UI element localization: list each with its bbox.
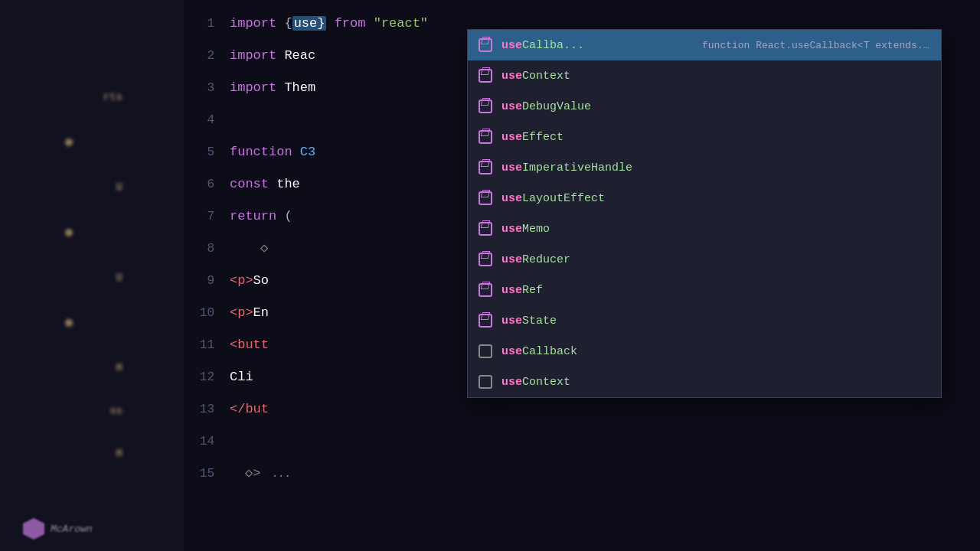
line-number-14: 14 [184, 435, 230, 448]
autocomplete-icon-2 [477, 67, 494, 84]
autocomplete-label-8: useReducer [501, 253, 932, 266]
autocomplete-icon-7 [477, 220, 494, 237]
autocomplete-item-7[interactable]: useMemo [468, 214, 941, 244]
autocomplete-label-2: useContext [501, 70, 932, 83]
line-number-5: 5 [184, 145, 230, 159]
sidebar-badge-3: U [8, 272, 130, 284]
sidebar-badge-5: ss [8, 405, 130, 417]
cube-icon-5 [479, 161, 492, 174]
line-number-13: 13 [184, 403, 230, 416]
autocomplete-icon-12 [477, 373, 494, 390]
autocomplete-item-12[interactable]: useContext [468, 367, 941, 397]
cube-icon-4 [479, 130, 492, 144]
code-content: 1 import {use} from "react" useCallba...… [184, 0, 980, 551]
autocomplete-icon-6 [477, 190, 494, 207]
autocomplete-label-5: useImperativeHandle [501, 161, 932, 174]
line-number-7: 7 [184, 210, 230, 223]
autocomplete-icon-8 [477, 251, 494, 268]
autocomplete-icon-3 [477, 98, 494, 115]
autocomplete-item-5[interactable]: useImperativeHandle [468, 152, 941, 183]
line-number-3: 3 [184, 81, 230, 95]
line-content-13: </but [230, 393, 980, 425]
cube-filled-icon-12 [479, 375, 492, 389]
line-content-15: ◇> ... [230, 458, 980, 490]
line-number-2: 2 [184, 49, 230, 63]
sidebar-dot-1 [65, 139, 73, 146]
autocomplete-label-7: useMemo [501, 223, 932, 236]
autocomplete-type-hint-1: function React.useCallback<T extends... [702, 40, 932, 51]
line-number-4: 4 [184, 113, 230, 127]
logo-text: McArown [51, 523, 93, 535]
autocomplete-icon-4 [477, 129, 494, 145]
line-number-12: 12 [184, 370, 230, 384]
autocomplete-item-1[interactable]: useCallba... function React.useCallback<… [468, 30, 941, 60]
cube-icon-9 [479, 283, 492, 297]
line-number-9: 9 [184, 274, 230, 288]
autocomplete-label-12: useContext [501, 376, 932, 389]
autocomplete-item-10[interactable]: useState [468, 305, 941, 336]
sidebar-dot-2 [65, 229, 73, 236]
autocomplete-item-6[interactable]: useLayoutEffect [468, 183, 941, 214]
code-area[interactable]: 1 import {use} from "react" useCallba...… [184, 0, 980, 551]
cube-filled-icon-11 [479, 344, 492, 358]
autocomplete-icon-9 [477, 282, 494, 298]
line-number-1: 1 [184, 17, 230, 31]
cube-icon-8 [479, 253, 492, 266]
line-number-8: 8 [184, 242, 230, 256]
autocomplete-label-1: useCallba... [501, 39, 694, 52]
sidebar-badge-6: M [8, 448, 130, 460]
code-line-13: 13 </but [184, 393, 980, 425]
code-line-14: 14 [184, 425, 980, 458]
cube-icon-7 [479, 222, 492, 236]
autocomplete-label-9: useRef [501, 284, 932, 297]
line-number-10: 10 [184, 306, 230, 320]
autocomplete-dropdown[interactable]: useCallba... function React.useCallback<… [467, 29, 942, 398]
autocomplete-item-9[interactable]: useRef [468, 275, 941, 305]
cube-icon-1 [479, 38, 492, 52]
autocomplete-label-3: useDebugValue [501, 100, 932, 113]
cube-icon-10 [479, 314, 492, 328]
logo-icon [23, 518, 44, 540]
autocomplete-item-3[interactable]: useDebugValue [468, 91, 941, 122]
autocomplete-item-4[interactable]: useEffect [468, 122, 941, 152]
editor-container: rts U U M ss M McArown 1 import {use} fr… [0, 0, 980, 551]
cube-icon-2 [479, 69, 492, 83]
autocomplete-item-2[interactable]: useContext [468, 60, 941, 91]
autocomplete-label-11: useCallback [501, 345, 932, 358]
sidebar-badge-2: U [8, 181, 130, 194]
sidebar-badge-4: M [8, 362, 130, 374]
cube-icon-6 [479, 191, 492, 205]
sidebar: rts U U M ss M McArown [0, 0, 184, 551]
line-content-14 [230, 425, 980, 458]
sidebar-dot-3 [65, 319, 73, 327]
autocomplete-label-6: useLayoutEffect [501, 192, 932, 205]
autocomplete-label-10: useState [501, 315, 932, 328]
autocomplete-icon-11 [477, 343, 494, 360]
autocomplete-icon-10 [477, 312, 494, 329]
line-number-11: 11 [184, 338, 230, 352]
autocomplete-icon-1 [477, 37, 494, 54]
logo-area: McArown [23, 518, 93, 540]
line-number-6: 6 [184, 178, 230, 191]
autocomplete-item-11[interactable]: useCallback [468, 336, 941, 367]
code-line-15: 15 ◇> ... [184, 458, 980, 490]
sidebar-badge-1: rts [8, 91, 130, 103]
cube-icon-3 [479, 99, 492, 113]
autocomplete-icon-5 [477, 159, 494, 176]
sidebar-gutter: rts U U M ss M [0, 0, 138, 551]
line-number-15: 15 [184, 467, 230, 481]
autocomplete-label-4: useEffect [501, 131, 932, 144]
autocomplete-item-8[interactable]: useReducer [468, 244, 941, 275]
